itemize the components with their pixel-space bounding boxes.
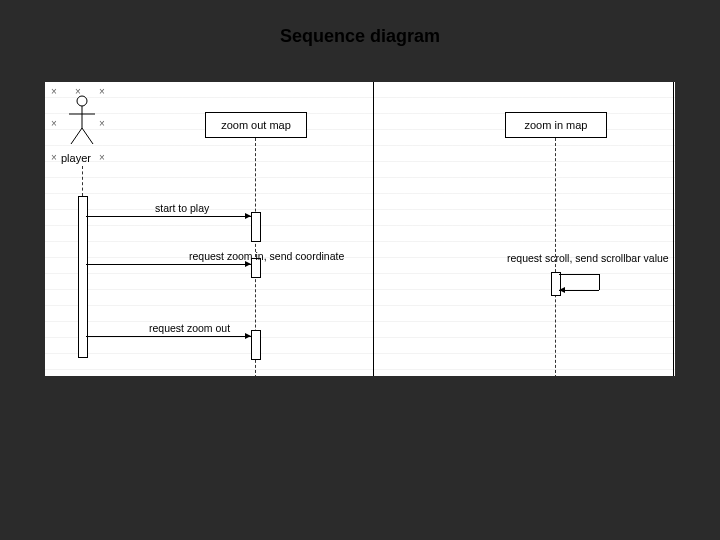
handle-icon: ×	[51, 152, 57, 163]
svg-point-0	[77, 96, 87, 106]
activation-zoom-out-3	[251, 330, 261, 360]
activation-player	[78, 196, 88, 358]
message-label: request zoom in, send coordinate	[189, 250, 344, 262]
handle-icon: ×	[99, 86, 105, 97]
handle-icon: ×	[99, 152, 105, 163]
handle-icon: ×	[99, 118, 105, 129]
arrow-icon	[559, 287, 565, 293]
activation-zoom-out-1	[251, 212, 261, 242]
self-call-down	[599, 274, 600, 290]
arrow-icon	[245, 333, 251, 339]
message-start-to-play	[86, 216, 251, 217]
message-request-zoom-in	[86, 264, 251, 265]
handle-icon: ×	[51, 86, 57, 97]
self-call-out	[559, 274, 599, 275]
handle-icon: ×	[51, 118, 57, 129]
object-zoom-out: zoom out map	[205, 112, 307, 138]
right-edge-line	[673, 82, 674, 376]
message-label: start to play	[155, 202, 209, 214]
message-request-zoom-out	[86, 336, 251, 337]
message-label: request zoom out	[149, 322, 230, 334]
stick-figure-icon	[67, 94, 97, 146]
svg-line-4	[82, 128, 93, 144]
separator-line	[373, 82, 374, 376]
self-call-return	[559, 290, 599, 291]
svg-line-3	[71, 128, 82, 144]
sequence-diagram: × × × × × × × player zoom out map zoom i…	[45, 82, 675, 376]
actor-label: player	[61, 152, 91, 164]
lifeline-player	[82, 166, 83, 196]
message-label: request scroll, send scrollbar value	[507, 252, 669, 264]
page-title: Sequence diagram	[0, 26, 720, 47]
arrow-icon	[245, 213, 251, 219]
actor-player	[67, 94, 97, 146]
object-zoom-in: zoom in map	[505, 112, 607, 138]
